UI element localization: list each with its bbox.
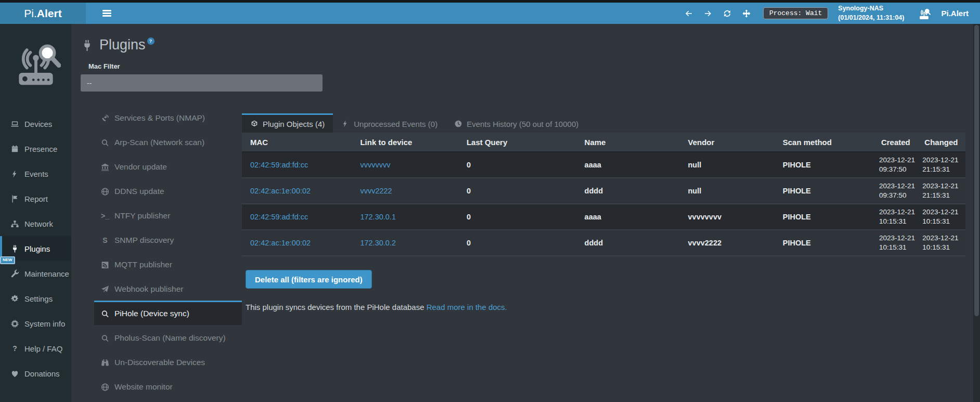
cube-icon [250,120,259,128]
cell-link-to-device-link[interactable]: 172.30.0.2 [360,239,396,247]
sidebar-item-settings[interactable]: Settings [0,286,71,311]
sidebar: DevicesPresenceEventsReportNetworkPlugin… [0,24,71,402]
cell-changed: 2023-12-2121:15:31 [916,152,965,178]
cell-link-to-device-link[interactable]: vvvv2222 [360,187,392,195]
cell-mac: 02:42:59:ad:fd:cc [242,152,352,178]
plugin-nav-item-ntfy-publisher[interactable]: >_NTFY publisher [94,203,242,227]
plugin-nav-item-pihole-device-sync[interactable]: PiHole (Device sync) [94,301,242,325]
sidebar-item-maintenance[interactable]: MaintenanceNEW [0,261,71,286]
cell-mac: 02:42:ac:1e:00:02 [242,178,352,204]
read-more-link[interactable]: Read more in the docs. [427,303,507,312]
cell-mac-link[interactable]: 02:42:ac:1e:00:02 [250,239,311,247]
cell-vendor: null [680,152,775,178]
page-title: Plugins [99,35,146,54]
plugin-nav-item-snmp-discovery[interactable]: SSNMP discovery [94,227,242,252]
plugin-nav-item-website-monitor[interactable]: Website monitor [94,374,242,398]
cell-created: 2023-12-2110:15:31 [873,204,916,230]
sidebar-item-presence[interactable]: Presence [0,136,71,161]
cell-last-query: 0 [458,204,576,230]
sidebar-item-events[interactable]: Events [0,161,71,186]
tab-events-history-50-out-of-10000[interactable]: Events History (50 out of 10000) [446,113,587,133]
plugin-nav-item-un-discoverable-devices[interactable]: Un-Discoverable Devices [94,349,242,374]
cell-link-to-device: 172.30.0.1 [352,204,458,230]
cell-mac-link[interactable]: 02:42:ac:1e:00:02 [250,187,311,195]
plugin-nav-item-services-ports-nmap[interactable]: Services & Ports (NMAP) [94,105,242,129]
back-icon[interactable] [684,9,693,18]
cell-link-to-device-link[interactable]: vvvvvvvv [360,161,390,169]
plugin-nav-item-ddns-update[interactable]: DDNS update [94,178,242,203]
plug-icon [81,38,94,53]
plugin-nav-item-arp-scan-network-scan[interactable]: Arp-Scan (Network scan) [94,129,242,154]
bank-icon [100,163,110,172]
search-icon [100,334,110,343]
sidebar-item-system-info[interactable]: System info [0,311,71,336]
cell-name: aaaa [576,204,680,230]
plugin-nav: Services & Ports (NMAP)Arp-Scan (Network… [81,105,242,398]
host-timestamp: (01/01/2024, 11:31:04) [838,14,904,23]
router-search-icon [917,7,931,20]
cell-created: 2023-12-2109:37:50 [873,152,916,178]
table-row: 02:42:ac:1e:00:02172.30.0.20ddddvvvv2222… [242,230,965,256]
cell-link-to-device-link[interactable]: 172.30.0.1 [360,213,396,221]
sidebar-item-network[interactable]: Network [0,211,71,236]
app-logo-bold: Alert [37,7,62,20]
cell-created: 2023-12-2110:15:31 [873,230,916,256]
terminal-icon: >_ [100,212,110,221]
delete-all-button[interactable]: Delete all (filters are ignored) [246,270,372,289]
plugin-nav-item-webhook-publisher[interactable]: Webhook publisher [94,276,242,301]
clock-icon [454,120,462,128]
cell-link-to-device: 172.30.0.2 [352,230,458,256]
column-header-link-to-device: Link to device [352,133,458,152]
forward-icon[interactable] [703,9,713,18]
plugin-objects-table: MACLink to deviceLast QueryNameVendorSca… [242,133,965,256]
mac-filter-input[interactable] [81,74,323,92]
flag-icon [10,194,20,203]
satellite-dish-icon [100,114,110,123]
heart-icon [10,369,20,378]
tab-bar: Plugin Objects (4)Unprocessed Events (0)… [242,113,965,133]
table-header-row: MACLink to deviceLast QueryNameVendorSca… [242,133,965,152]
router-search-logo [11,31,61,93]
plugin-nav-item-pholus-scan-name-discovery[interactable]: Pholus-Scan (Name discovery) [94,325,242,349]
plugin-detail: Plugin Objects (4)Unprocessed Events (0)… [242,113,965,312]
cell-mac-link[interactable]: 02:42:59:ad:fd:cc [250,161,308,169]
question-icon: ? [10,344,20,353]
sidebar-toggle-button[interactable] [100,7,113,20]
microchip-icon [10,319,20,328]
table-row: 02:42:59:ad:fd:cc172.30.0.10aaaavvvvvvvv… [242,204,965,230]
column-header-vendor: Vendor [680,133,775,152]
gear-icon [10,294,20,303]
column-header-scan-method: Scan method [775,133,873,152]
cell-mac: 02:42:59:ad:fd:cc [242,204,352,230]
navbar-main: Process: Wait Synology-NAS (01/01/2024, … [86,3,980,24]
tab-unprocessed-events-0[interactable]: Unprocessed Events (0) [333,113,446,133]
letter-s-icon: S [100,236,110,245]
table-row: 02:42:ac:1e:00:02vvvv22220ddddnullPIHOLE… [242,178,965,204]
plugin-nav-item-mqtt-publisher[interactable]: MQTT publisher [94,252,242,276]
sidebar-item-report[interactable]: Report [0,186,71,211]
move-icon[interactable] [742,9,751,18]
main-content: Plugins ? Mac Filter Services & Ports (N… [71,24,980,402]
sidebar-item-help-faq[interactable]: ?Help / FAQ [0,336,71,361]
sitemap-icon [10,219,20,228]
scrollbar-thumb[interactable] [974,25,979,316]
page-scrollbar[interactable] [973,24,980,402]
cell-scan-method: PIHOLE [775,152,873,178]
tab-plugin-objects-4[interactable]: Plugin Objects (4) [242,113,333,133]
cell-name: aaaa [576,152,680,178]
cell-last-query: 0 [458,230,576,256]
help-badge[interactable]: ? [147,37,154,45]
cell-vendor: vvvvvvvv [680,204,775,230]
app-logo[interactable]: Pi.Alert [0,3,86,24]
mac-filter-label: Mac Filter [88,62,965,70]
cell-name: dddd [576,230,680,256]
cell-mac-link[interactable]: 02:42:59:ad:fd:cc [250,213,308,221]
binoculars-icon [100,358,110,367]
plugin-nav-item-vendor-update[interactable]: Vendor update [94,154,242,178]
sidebar-item-devices[interactable]: Devices [0,111,71,136]
sidebar-item-donations[interactable]: Donations [0,361,71,386]
host-info[interactable]: Synology-NAS (01/01/2024, 11:31:04) [838,4,904,22]
refresh-icon[interactable] [723,9,732,18]
top-navbar: Pi.Alert Process: Wait Synology-NAS (01/… [0,3,980,24]
page-header: Plugins ? [81,35,965,54]
